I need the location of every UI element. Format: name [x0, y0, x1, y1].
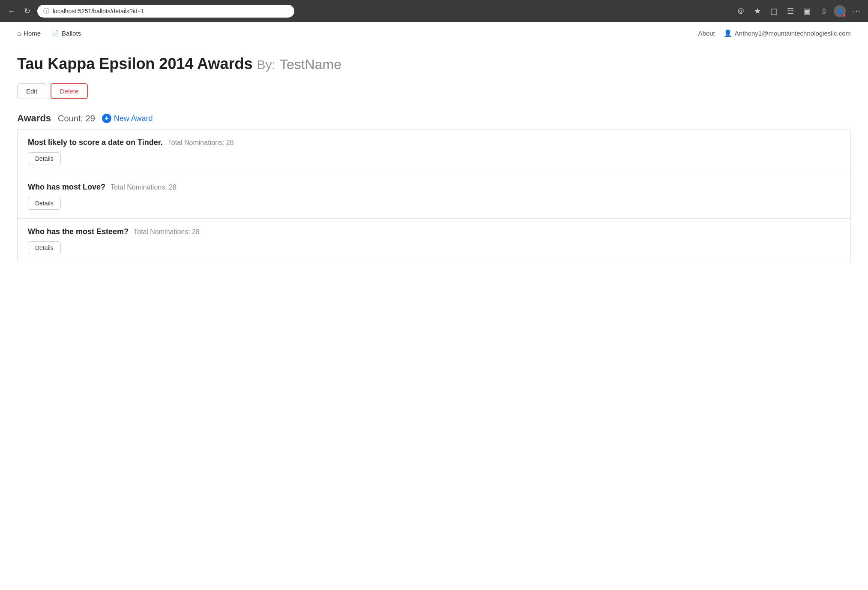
delete-button[interactable]: Delete [51, 83, 88, 99]
award-nominations: Total Nominations: 28 [111, 184, 177, 191]
awards-header: Awards Count: 29 + New Award [17, 113, 851, 124]
new-award-label: New Award [114, 114, 153, 123]
edit-button[interactable]: Edit [17, 83, 46, 99]
reading-mode-button[interactable]: ＠ [734, 4, 747, 18]
bookmark-button[interactable]: ★ [751, 5, 763, 18]
browser-chrome: ← ↻ ⓘ localhost:5251/ballots/details?id=… [0, 0, 868, 22]
home-link[interactable]: ⌂ Home [17, 30, 41, 37]
ballots-link[interactable]: 📄 Ballots [51, 30, 81, 37]
collections-button[interactable]: ▣ [801, 5, 813, 18]
award-card: Who has the most Esteem? Total Nominatio… [18, 219, 850, 263]
action-buttons: Edit Delete [17, 83, 851, 99]
page-content: ⌂ Home 📄 Ballots About 👤 Anthony1@mounta… [0, 22, 868, 590]
page-title-section: Tau Kappa Epsilon 2014 Awards By: TestNa… [17, 54, 851, 73]
count-label: Count: [58, 114, 83, 123]
user-icon: 👤 [724, 29, 732, 37]
details-button[interactable]: Details [28, 197, 61, 210]
awards-label: Awards [17, 113, 51, 124]
home-label: Home [24, 30, 41, 37]
awards-count: Count: 29 [58, 114, 95, 123]
by-label: By: [257, 57, 275, 72]
main-content: Tau Kappa Epsilon 2014 Awards By: TestNa… [0, 44, 868, 274]
award-nominations: Total Nominations: 28 [134, 228, 200, 236]
ballots-icon: 📄 [51, 30, 59, 37]
award-title: Who has most Love? [28, 183, 105, 192]
back-button[interactable]: ← [5, 5, 18, 18]
nav-right: About 👤 Anthony1@mountaintechnologiesllc… [698, 29, 851, 37]
address-bar[interactable]: ⓘ localhost:5251/ballots/details?id=1 [37, 5, 294, 18]
user-info: 👤 Anthony1@mountaintechnologiesllc.com [724, 29, 851, 37]
about-link[interactable]: About [698, 30, 715, 37]
by-value: TestName [280, 57, 341, 72]
refresh-button[interactable]: ↻ [21, 5, 33, 18]
split-view-button[interactable]: ◫ [768, 5, 780, 18]
info-icon: ⓘ [43, 7, 49, 15]
navbar: ⌂ Home 📄 Ballots About 👤 Anthony1@mounta… [0, 22, 868, 44]
award-title-row: Who has most Love? Total Nominations: 28 [28, 183, 840, 192]
award-title-row: Who has the most Esteem? Total Nominatio… [28, 227, 840, 236]
home-icon: ⌂ [17, 30, 21, 37]
nav-left: ⌂ Home 📄 Ballots [17, 30, 81, 37]
browser-controls: ← ↻ [5, 5, 33, 18]
avatar-icon: 👤 [837, 8, 843, 14]
award-nominations: Total Nominations: 28 [168, 139, 234, 147]
award-title: Most likely to score a date on Tinder. [28, 138, 163, 147]
avatar[interactable]: 👤 [834, 5, 846, 17]
award-card: Who has most Love? Total Nominations: 28… [18, 174, 850, 219]
plus-icon: + [102, 114, 111, 123]
details-button[interactable]: Details [28, 152, 61, 165]
browser-actions: ＠ ★ ◫ ☲ ▣ ☃ 👤 ⋯ [734, 4, 863, 18]
award-title: Who has the most Esteem? [28, 227, 129, 236]
award-title-row: Most likely to score a date on Tinder. T… [28, 138, 840, 147]
awards-list: Most likely to score a date on Tinder. T… [17, 129, 851, 263]
menu-button[interactable]: ⋯ [850, 5, 863, 18]
ballots-label: Ballots [62, 30, 81, 37]
new-award-button[interactable]: + New Award [102, 114, 153, 123]
favorites-button[interactable]: ☲ [784, 5, 796, 18]
page-title: Tau Kappa Epsilon 2014 Awards By: TestNa… [17, 54, 851, 73]
page-title-text: Tau Kappa Epsilon 2014 Awards [17, 55, 253, 72]
count-value: 29 [86, 114, 95, 123]
details-button[interactable]: Details [28, 241, 61, 254]
avatar-notification-dot [842, 14, 846, 17]
extensions-button[interactable]: ☃ [817, 5, 829, 18]
award-card: Most likely to score a date on Tinder. T… [18, 129, 850, 174]
url-text: localhost:5251/ballots/details?id=1 [53, 8, 144, 15]
user-email: Anthony1@mountaintechnologiesllc.com [735, 30, 851, 37]
